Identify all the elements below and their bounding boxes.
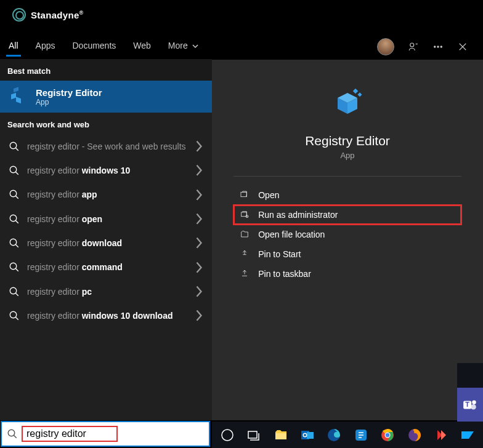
- action-label: Pin to taskbar: [258, 269, 311, 279]
- taskbar-chrome[interactable]: [375, 422, 400, 448]
- feedback-icon[interactable]: [408, 41, 419, 52]
- divider: [233, 176, 461, 177]
- search-panel: All Apps Documents Web More Best match R…: [0, 30, 483, 420]
- brand-logo-icon: [12, 8, 26, 22]
- details-subtitle: App: [340, 151, 354, 160]
- suggestion-item[interactable]: registry editor open: [0, 207, 212, 231]
- chevron-right-icon: [195, 188, 203, 202]
- brand-bar: Stanadyne®: [0, 0, 483, 30]
- svg-point-0: [410, 43, 414, 47]
- suggestion-text: registry editor open: [27, 214, 187, 225]
- suggestion-text: registry editor pc: [27, 286, 187, 297]
- chevron-right-icon: [195, 308, 203, 322]
- svg-point-12: [10, 263, 17, 270]
- svg-point-7: [10, 142, 17, 149]
- action-runadmin[interactable]: Run as administrator: [233, 205, 461, 225]
- tab-more[interactable]: More: [160, 37, 207, 57]
- svg-text:T: T: [465, 401, 469, 408]
- chevron-right-icon: [195, 284, 203, 298]
- openloc-icon: [240, 230, 250, 239]
- tab-all[interactable]: All: [0, 37, 27, 57]
- details-pane: Registry Editor App OpenRun as administr…: [212, 59, 483, 420]
- search-icon: [9, 262, 20, 273]
- action-label: Open file location: [258, 230, 325, 239]
- action-open[interactable]: Open: [233, 185, 461, 205]
- svg-rect-6: [14, 87, 18, 92]
- best-match-result[interactable]: Registry Editor App: [0, 81, 212, 113]
- user-avatar[interactable]: [377, 38, 394, 55]
- suggestion-item[interactable]: registry editor command: [0, 255, 212, 279]
- taskbar-sap[interactable]: [455, 422, 481, 448]
- svg-point-14: [10, 311, 17, 318]
- svg-point-24: [222, 430, 233, 441]
- action-label: Open: [258, 190, 279, 200]
- svg-point-42: [472, 400, 476, 404]
- search-icon: [9, 189, 20, 200]
- svg-point-43: [471, 404, 476, 409]
- search-icon: [9, 214, 20, 225]
- suggestion-text: registry editor windows 10 download: [27, 310, 187, 321]
- taskbar-firefox[interactable]: [402, 422, 427, 448]
- suggestion-text: registry editor - See work and web resul…: [27, 141, 187, 152]
- best-match-subtitle: App: [36, 98, 102, 106]
- taskbar-explorer[interactable]: [268, 422, 293, 448]
- registry-editor-icon: [9, 87, 28, 106]
- taskbar-taskview[interactable]: [241, 422, 266, 448]
- svg-point-30: [304, 434, 306, 436]
- action-label: Run as administrator: [258, 210, 338, 220]
- brand-text: Stanadyne®: [31, 10, 84, 20]
- chevron-right-icon: [195, 212, 203, 226]
- tab-web[interactable]: Web: [124, 37, 160, 57]
- action-pinstart[interactable]: Pin to Start: [233, 244, 461, 264]
- svg-point-8: [10, 166, 17, 173]
- pinstart-icon: [240, 249, 250, 259]
- suggestion-item[interactable]: registry editor pc: [0, 279, 212, 303]
- search-box[interactable]: [1, 421, 210, 447]
- taskbar-anydesk[interactable]: [428, 422, 453, 448]
- search-icon: [9, 286, 20, 297]
- svg-point-11: [10, 239, 17, 246]
- svg-point-23: [8, 430, 15, 436]
- suggestion-item[interactable]: registry editor windows 10 download: [0, 303, 212, 327]
- action-pintask[interactable]: Pin to taskbar: [233, 264, 461, 284]
- suggestion-item[interactable]: registry editor - See work and web resul…: [0, 134, 212, 158]
- web-search-header: Search work and web: [0, 113, 212, 134]
- svg-rect-20: [241, 192, 246, 196]
- action-openloc[interactable]: Open file location: [233, 225, 461, 244]
- svg-rect-4: [11, 93, 16, 100]
- svg-point-35: [386, 433, 389, 436]
- suggestion-item[interactable]: registry editor windows 10: [0, 158, 212, 182]
- more-options-icon[interactable]: [432, 41, 444, 52]
- svg-point-3: [440, 46, 442, 47]
- taskbar-app-generic[interactable]: [348, 422, 373, 448]
- tab-apps[interactable]: Apps: [27, 37, 64, 57]
- registry-editor-large-icon: [328, 84, 367, 124]
- action-label: Pin to Start: [258, 249, 301, 259]
- chevron-right-icon: [195, 139, 203, 153]
- close-icon[interactable]: [457, 41, 468, 52]
- svg-point-10: [10, 215, 17, 222]
- search-icon: [7, 428, 18, 439]
- best-match-title: Registry Editor: [36, 87, 102, 98]
- svg-marker-39: [461, 431, 474, 439]
- suggestion-item[interactable]: registry editor download: [0, 231, 212, 255]
- taskbar: [212, 422, 483, 448]
- svg-rect-26: [275, 433, 286, 439]
- open-icon: [240, 190, 250, 200]
- suggestion-text: registry editor app: [27, 189, 187, 200]
- taskbar-teams[interactable]: T: [457, 388, 483, 422]
- details-title: Registry Editor: [305, 134, 390, 148]
- search-input[interactable]: [26, 428, 113, 439]
- taskbar-outlook[interactable]: [294, 422, 320, 448]
- taskbar-edge[interactable]: [322, 422, 347, 448]
- search-icon: [9, 141, 20, 152]
- chevron-right-icon: [195, 260, 203, 274]
- svg-rect-28: [307, 432, 314, 439]
- suggestion-item[interactable]: registry editor app: [0, 183, 212, 207]
- runadmin-icon: [240, 210, 250, 220]
- taskbar-cortana[interactable]: [214, 422, 240, 448]
- svg-point-2: [437, 46, 439, 47]
- tab-documents[interactable]: Documents: [63, 37, 124, 57]
- suggestion-text: registry editor download: [27, 238, 187, 249]
- svg-point-13: [10, 287, 17, 294]
